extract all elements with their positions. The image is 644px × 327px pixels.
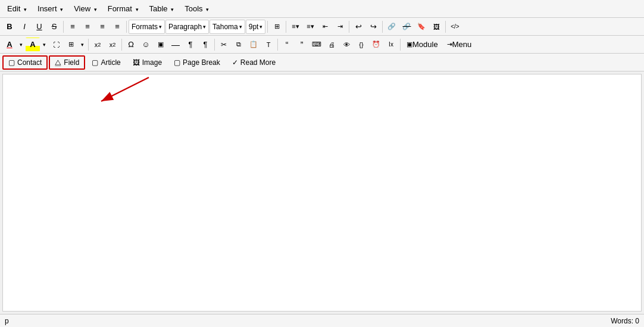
font-arrow: ▾ xyxy=(239,24,242,30)
strikethrough-button[interactable]: S xyxy=(47,20,61,34)
ordered-list-button[interactable]: ≡▾ xyxy=(303,20,317,34)
blockquote-open-button[interactable]: “ xyxy=(280,38,294,52)
unlink-button[interactable]: 🔗 xyxy=(399,20,414,34)
word-count-display: Words: 0 xyxy=(611,317,639,325)
justify-button[interactable]: ≡ xyxy=(110,20,124,34)
font-color-arrow[interactable]: ▾ xyxy=(17,38,25,52)
image-insert-button[interactable]: 🖼 xyxy=(429,20,443,34)
undo-button[interactable]: ↩ xyxy=(351,20,365,34)
bookmark-button[interactable]: 🔖 xyxy=(414,20,429,34)
link-button[interactable]: 🔗 xyxy=(384,20,399,34)
table-arrow[interactable]: ▾ xyxy=(78,38,86,52)
media-button[interactable]: ▣ xyxy=(154,38,168,52)
align-left-button[interactable]: ≡ xyxy=(65,20,80,34)
menu-format[interactable]: Format ▾ xyxy=(103,2,143,15)
contact-insert-button[interactable]: ▢ Contact xyxy=(2,55,48,70)
emoji-button[interactable]: ☺ xyxy=(139,38,153,52)
font-color-button[interactable]: A xyxy=(2,38,17,52)
superscript-button[interactable]: x2 xyxy=(105,38,120,52)
preview-button[interactable]: 👁 xyxy=(339,38,354,52)
paragraph-dropdown[interactable]: Paragraph ▾ xyxy=(165,20,209,34)
more-button[interactable]: Ix xyxy=(384,38,398,52)
italic-button[interactable]: I xyxy=(17,20,32,34)
code3-button[interactable]: {} xyxy=(354,38,368,52)
sep10 xyxy=(214,39,215,51)
sep2 xyxy=(126,21,127,33)
underline-button[interactable]: U xyxy=(32,20,46,34)
table-group: ⊞ ▾ xyxy=(64,38,86,52)
toolbar-row3: ▢ Contact ⧋ Field ▢ Article 🖼 Image ▢ Pa… xyxy=(0,54,644,71)
sep12 xyxy=(400,39,401,51)
sep6 xyxy=(382,21,383,33)
statusbar: p Words: 0 xyxy=(0,314,644,327)
bg-color-button[interactable]: A xyxy=(26,38,40,52)
image-icon: 🖼 xyxy=(133,58,140,67)
menubar: Edit ▾ Insert ▾ View ▾ Format ▾ Table ▾ … xyxy=(0,0,644,18)
formats-arrow: ▾ xyxy=(159,24,162,30)
font-dropdown[interactable]: Tahoma ▾ xyxy=(210,20,245,34)
special-char-button[interactable]: Ω xyxy=(124,38,138,52)
formats-dropdown[interactable]: Formats ▾ xyxy=(129,20,165,34)
fullscreen-button[interactable]: ⛶ xyxy=(49,38,63,52)
source-code-button[interactable]: </> xyxy=(448,20,462,34)
pagebreak-toolbar-button[interactable]: ¶ xyxy=(198,38,212,52)
menu-edit[interactable]: Edit ▾ xyxy=(2,2,32,15)
sep9 xyxy=(121,39,122,51)
menu-tools[interactable]: Tools ▾ xyxy=(180,2,214,15)
cut-button[interactable]: ✂ xyxy=(217,38,231,52)
sep1 xyxy=(63,21,64,33)
menu-table[interactable]: Table ▾ xyxy=(145,2,179,15)
paragraph-arrow: ▾ xyxy=(203,24,206,30)
toolbar-row1: B I U S ≡ ≡ ≡ ≡ Formats ▾ Paragraph ▾ Ta… xyxy=(0,18,644,36)
charmap-button[interactable]: ⌨ xyxy=(310,38,324,52)
sep3 xyxy=(267,21,268,33)
image-btn-row3[interactable]: 🖼 Image xyxy=(127,56,167,69)
sep11 xyxy=(277,39,278,51)
redo-button[interactable]: ↪ xyxy=(366,20,380,34)
pagebreak-insert-button[interactable]: ▢ Page Break xyxy=(168,56,226,69)
subscript-button[interactable]: x2 xyxy=(90,38,105,52)
table-button[interactable]: ⊞ xyxy=(64,38,78,52)
outdent-button[interactable]: ⇤ xyxy=(318,20,332,34)
align-right-button[interactable]: ≡ xyxy=(95,20,110,34)
copy-button[interactable]: ⧉ xyxy=(232,38,246,52)
pagebreak-icon: ▢ xyxy=(174,58,180,67)
module-button[interactable]: ▣ Module xyxy=(402,38,442,52)
word-count-button[interactable]: ⊞ xyxy=(270,20,284,34)
article-insert-button[interactable]: ▢ Article xyxy=(86,56,126,69)
timer-button[interactable]: ⏰ xyxy=(369,38,383,52)
editor-content-area[interactable] xyxy=(2,74,642,312)
sep8 xyxy=(88,39,89,51)
hr-button[interactable]: — xyxy=(168,38,183,52)
indent-button[interactable]: ⇥ xyxy=(333,20,347,34)
menu-button[interactable]: ⇥ Menu xyxy=(443,38,476,52)
size-dropdown[interactable]: 9pt ▾ xyxy=(246,20,266,34)
blockquote-close-button[interactable]: ” xyxy=(295,38,309,52)
menu-view[interactable]: View ▾ xyxy=(69,2,102,15)
font-color-group: A ▾ xyxy=(2,38,25,52)
align-center-button[interactable]: ≡ xyxy=(80,20,95,34)
bg-color-group: A ▾ xyxy=(26,38,48,52)
bg-color-arrow[interactable]: ▾ xyxy=(40,38,48,52)
unordered-list-button[interactable]: ≡▾ xyxy=(288,20,302,34)
print-button[interactable]: 🖨 xyxy=(324,38,339,52)
toolbar-row2: A ▾ A ▾ ⛶ ⊞ ▾ x2 x2 Ω ☺ ▣ — ¶ ¶ ✂ ⧉ 📋 T … xyxy=(0,36,644,54)
sep7 xyxy=(445,21,446,33)
size-arrow: ▾ xyxy=(260,24,262,30)
contact-icon: ▢ xyxy=(8,58,15,67)
nonbreak-button[interactable]: ¶ xyxy=(183,38,198,52)
sep4 xyxy=(286,21,286,33)
field-insert-button[interactable]: ⧋ Field xyxy=(49,55,85,70)
paste-text-button[interactable]: T xyxy=(261,38,276,52)
field-icon: ⧋ xyxy=(55,58,61,67)
bold-button[interactable]: B xyxy=(2,20,17,34)
readmore-icon: ✓ xyxy=(232,58,238,67)
menu-insert[interactable]: Insert ▾ xyxy=(33,2,68,15)
paste-button[interactable]: 📋 xyxy=(246,38,261,52)
article-icon: ▢ xyxy=(92,58,98,67)
element-tag: p xyxy=(5,317,9,325)
sep5 xyxy=(349,21,349,33)
readmore-insert-button[interactable]: ✓ Read More xyxy=(227,56,281,69)
